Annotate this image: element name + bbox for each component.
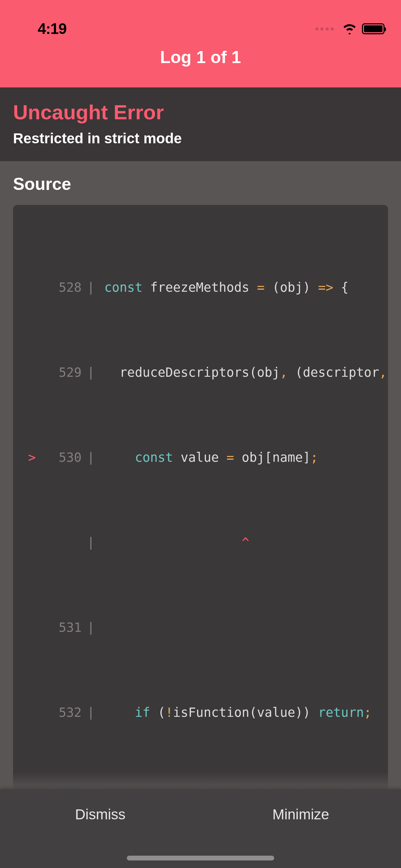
- status-bar: 4:19: [0, 0, 401, 41]
- code-line-current: >530 | const value = obj[name];: [13, 447, 388, 468]
- source-code-body[interactable]: 528 | const freezeMethods = (obj) => { 5…: [13, 205, 388, 859]
- gutter-pipe: |: [82, 617, 104, 638]
- gutter-pipe: |: [82, 447, 104, 468]
- status-icons: [315, 23, 385, 34]
- code-line: 532 | if (!isFunction(value)) return;: [13, 702, 388, 723]
- line-number: 532: [13, 702, 82, 723]
- page-title: Log 1 of 1: [0, 47, 401, 67]
- caret-icon: >: [28, 447, 36, 468]
- gutter-pipe: |: [82, 702, 104, 723]
- content-area: Source 528 | const freezeMethods = (obj)…: [0, 161, 401, 868]
- code-line: 529 | reduceDescriptors(obj, (descriptor…: [13, 362, 388, 383]
- line-number: 531: [13, 617, 82, 638]
- source-code-box: 528 | const freezeMethods = (obj) => { 5…: [13, 205, 388, 868]
- battery-icon: [362, 23, 385, 34]
- source-section-title: Source: [13, 174, 388, 194]
- wifi-icon: [342, 23, 357, 34]
- error-type: Uncaught Error: [13, 100, 388, 124]
- home-indicator[interactable]: [127, 856, 274, 860]
- gutter-pipe: |: [82, 362, 104, 383]
- status-time: 4:19: [38, 20, 66, 37]
- line-number: 529: [13, 362, 82, 383]
- error-message: Restricted in strict mode: [13, 130, 388, 147]
- line-number: 528: [13, 277, 82, 298]
- gutter-pipe: |: [82, 277, 104, 298]
- line-number: >530: [13, 447, 82, 468]
- header-area: 4:19 Log 1 of 1: [0, 0, 401, 87]
- cellular-dots-icon: [315, 27, 334, 31]
- gutter-pipe: |: [82, 532, 104, 553]
- code-error-marker: | ^: [13, 532, 388, 553]
- bottom-bar: Dismiss Minimize: [0, 789, 401, 868]
- code-line: 528 | const freezeMethods = (obj) => {: [13, 277, 388, 298]
- code-line: 531 |: [13, 617, 388, 638]
- error-banner: Uncaught Error Restricted in strict mode: [0, 87, 401, 161]
